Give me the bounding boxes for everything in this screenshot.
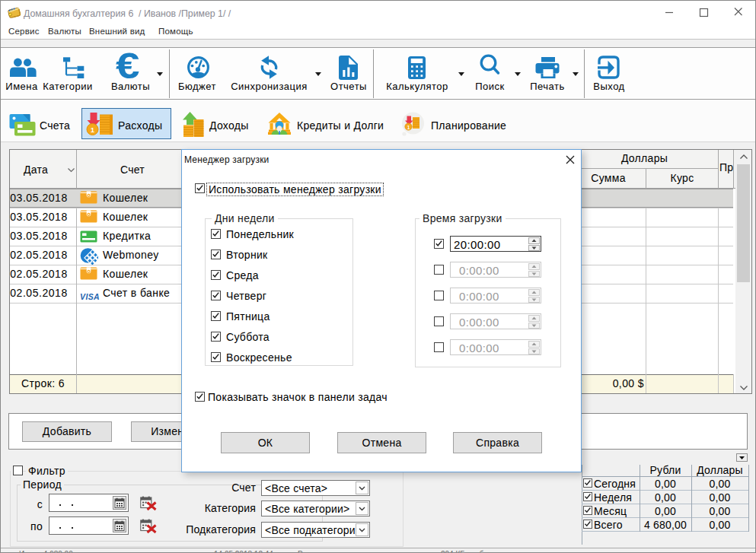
svg-text:VISA: VISA <box>80 293 100 300</box>
svg-text:1: 1 <box>91 126 94 134</box>
svg-text:1: 1 <box>407 125 410 130</box>
